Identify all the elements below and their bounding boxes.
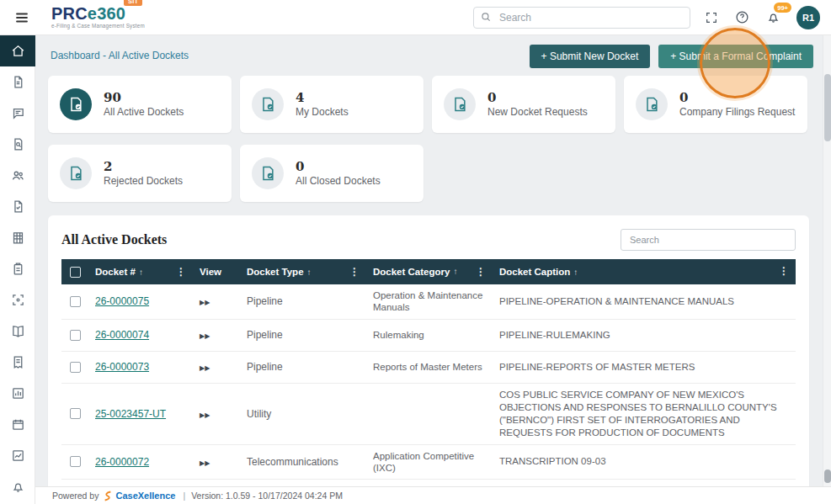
fast-forward-icon[interactable]: ▶▶ xyxy=(200,332,210,340)
search-input[interactable] xyxy=(473,7,690,29)
docket-link[interactable]: 26-0000073 xyxy=(95,361,149,373)
stat-card[interactable]: 0 New Docket Requests xyxy=(432,76,615,133)
topbar: PRCe360 SIT e-Filing & Case Management S… xyxy=(0,0,831,35)
casexellence-brand[interactable]: CaseXellence xyxy=(115,491,175,501)
docket-caption-cell: PIPELINE-OPERATION & MAINTENANCE MANUALS xyxy=(493,290,796,313)
column-menu-icon[interactable]: ⋮ xyxy=(349,266,360,278)
sidebar-item-invoices[interactable] xyxy=(0,347,35,378)
stat-card[interactable]: 90 All Active Dockets xyxy=(48,76,232,133)
help-icon[interactable] xyxy=(732,8,752,27)
docket-caption-cell: PIPELINE-REPORTS OF MASTER METERS xyxy=(493,356,796,379)
docket-caption-cell: COS PUBLIC SERVICE COMPANY OF NEW MEXICO… xyxy=(493,384,796,444)
sort-asc-icon[interactable]: ↑ xyxy=(453,267,457,278)
row-checkbox[interactable] xyxy=(70,456,81,467)
stat-value: 4 xyxy=(296,90,349,105)
breadcrumb[interactable]: Dashboard - All Active Dockets xyxy=(51,50,189,61)
header-docket-category[interactable]: Docket Category ↑ ⋮ xyxy=(366,266,493,279)
docket-link[interactable]: 26-0000074 xyxy=(95,329,149,341)
row-checkbox[interactable] xyxy=(70,296,81,307)
docket-category-cell xyxy=(366,409,493,419)
table-head: All Active Dockets xyxy=(48,215,809,259)
vertical-scrollbar[interactable] xyxy=(823,35,831,486)
file-check-icon xyxy=(11,199,25,214)
avatar[interactable]: R1 xyxy=(796,6,820,29)
sidebar-item-case-search[interactable] xyxy=(0,129,35,160)
sidebar-item-scan[interactable] xyxy=(0,284,35,316)
stat-label: My Dockets xyxy=(296,107,349,119)
sidebar-item-messages[interactable] xyxy=(0,98,35,129)
bar-chart-icon xyxy=(11,386,25,401)
docket-category-cell: Rulemaking xyxy=(366,324,493,346)
row-checkbox[interactable] xyxy=(70,408,81,419)
header-label: Docket Caption xyxy=(499,266,570,279)
stat-card[interactable]: 4 My Dockets xyxy=(240,76,423,133)
header-docket-type[interactable]: Docket Type ↑ ⋮ xyxy=(240,266,366,278)
table-search-input[interactable] xyxy=(621,229,796,251)
powered-by-label: Powered by xyxy=(52,491,99,501)
stat-card[interactable]: 0 All Closed Dockets xyxy=(240,145,423,202)
fast-forward-icon[interactable]: ▶▶ xyxy=(200,364,210,372)
stat-label: Rejected Dockets xyxy=(104,176,183,188)
stat-value: 0 xyxy=(296,159,381,174)
docket-category-cell: Reports of Master Meters xyxy=(366,356,493,378)
scrollbar-bottom-thumb[interactable] xyxy=(824,470,831,483)
sidebar-item-users[interactable] xyxy=(0,160,35,191)
environment-badge: SIT xyxy=(124,0,142,6)
stat-text: 90 All Active Dockets xyxy=(104,90,184,119)
stat-label: All Closed Dockets xyxy=(296,176,381,188)
column-menu-icon[interactable]: ⋮ xyxy=(476,266,486,279)
clipboard-icon xyxy=(11,262,25,276)
notifications-bell-icon[interactable]: 99+ xyxy=(764,8,783,27)
sidebar-item-library[interactable] xyxy=(0,316,35,347)
sidebar-item-tasks[interactable] xyxy=(0,253,35,284)
sort-asc-icon[interactable]: ↑ xyxy=(307,268,312,277)
sidebar-item-calendar[interactable] xyxy=(0,409,35,440)
active-dockets-panel: All Active Dockets Docket # ↑ ⋮ View Doc… xyxy=(48,215,809,486)
header-view[interactable]: View xyxy=(193,267,240,277)
sidebar-item-home[interactable] xyxy=(0,35,35,66)
sidebar-item-analytics[interactable] xyxy=(0,440,35,471)
header-docket-number[interactable]: Docket # ↑ ⋮ xyxy=(88,266,193,278)
sidebar-item-reports[interactable] xyxy=(0,378,35,409)
docket-category-cell: Operation & Maintenance Manuals xyxy=(366,284,493,319)
sidebar xyxy=(0,35,35,504)
fast-forward-icon[interactable]: ▶▶ xyxy=(200,459,210,467)
table-row: 26-0000074 ▶▶ Pipeline Rulemaking PIPELI… xyxy=(61,320,796,352)
expand-icon[interactable] xyxy=(702,8,721,27)
column-menu-icon[interactable]: ⋮ xyxy=(176,266,186,278)
scrollbar-thumb[interactable] xyxy=(824,74,831,141)
stat-card[interactable]: 2 Rejected Dockets xyxy=(48,145,232,202)
fast-forward-icon[interactable]: ▶▶ xyxy=(200,411,210,419)
sidebar-item-records[interactable] xyxy=(0,222,35,253)
footer: Powered by CaseXellence | Version: 1.0.5… xyxy=(35,486,831,504)
header-docket-caption[interactable]: Docket Caption ↑ ⋮ xyxy=(493,265,796,279)
docket-type-cell: Pipeline xyxy=(240,356,366,378)
stat-label: New Docket Requests xyxy=(487,107,588,119)
sidebar-item-filings[interactable] xyxy=(0,191,35,222)
stat-card[interactable]: 0 Company Filings Request xyxy=(624,76,807,133)
sidebar-item-notifications[interactable] xyxy=(0,471,35,502)
sort-asc-icon[interactable]: ↑ xyxy=(139,268,143,277)
stat-value: 0 xyxy=(679,90,795,105)
table-row: 26-0000075 ▶▶ Pipeline Operation & Maint… xyxy=(61,284,796,320)
brand-prc: PRC xyxy=(51,4,88,23)
table-row: 26-0000073 ▶▶ Pipeline Reports of Master… xyxy=(61,352,796,384)
docket-file-icon xyxy=(636,88,668,120)
row-checkbox[interactable] xyxy=(70,362,81,373)
docket-link[interactable]: 26-0000075 xyxy=(95,295,149,307)
select-all-checkbox[interactable] xyxy=(70,267,81,278)
fast-forward-icon[interactable]: ▶▶ xyxy=(200,299,210,306)
row-checkbox[interactable] xyxy=(70,330,81,341)
submit-formal-complaint-button[interactable]: + Submit a Formal Complaint xyxy=(658,45,813,68)
docket-link[interactable]: 25-0023457-UT xyxy=(95,408,166,420)
docket-file-icon xyxy=(252,157,284,189)
sort-asc-icon[interactable]: ↑ xyxy=(573,267,578,278)
column-menu-icon[interactable]: ⋮ xyxy=(779,265,789,279)
version-text: Version: 1.0.59 - 10/17/2024 04:24 PM xyxy=(191,491,343,501)
footer-separator: | xyxy=(183,491,185,501)
book-icon xyxy=(11,324,25,338)
submit-new-docket-button[interactable]: + Submit New Docket xyxy=(530,45,651,68)
menu-icon[interactable] xyxy=(11,7,33,29)
docket-link[interactable]: 26-0000072 xyxy=(95,456,149,468)
sidebar-item-documents[interactable] xyxy=(0,66,35,98)
